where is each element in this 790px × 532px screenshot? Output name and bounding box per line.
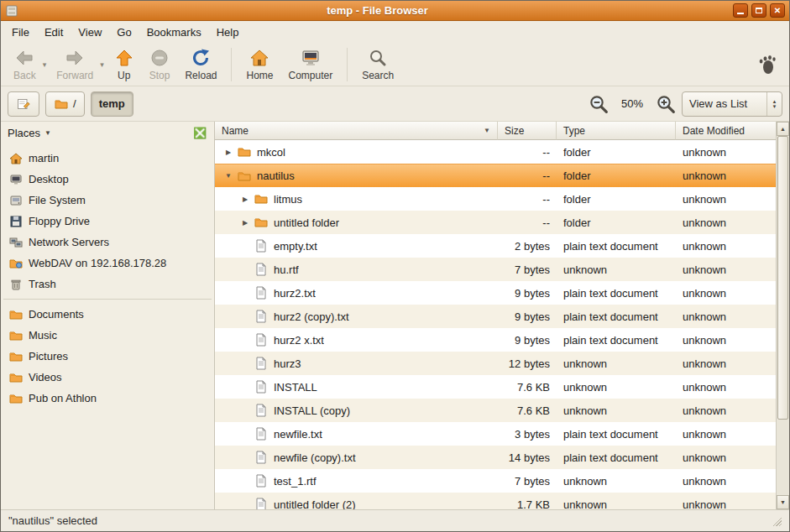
sidebar-item-pictures[interactable]: Pictures bbox=[1, 346, 214, 367]
file-date-modified: unknown bbox=[676, 310, 776, 323]
back-icon bbox=[14, 48, 34, 68]
file-row-untitled-folder[interactable]: ▶untitled folder--folderunknown bbox=[215, 211, 776, 234]
back-button[interactable]: Back bbox=[6, 45, 44, 84]
filesystem-icon bbox=[9, 194, 23, 207]
file-type: folder bbox=[557, 193, 676, 206]
back-history-dropdown[interactable]: ▾ bbox=[40, 60, 50, 69]
forward-history-dropdown[interactable]: ▾ bbox=[97, 60, 107, 69]
scrollbar-thumb[interactable] bbox=[777, 136, 788, 420]
up-button[interactable]: Up bbox=[107, 45, 142, 84]
file-row-hurz3[interactable]: hurz312 bytesunknownunknown bbox=[215, 352, 776, 375]
file-row-hu-rtf[interactable]: hu.rtf7 bytesunknownunknown bbox=[215, 258, 776, 281]
menu-help[interactable]: Help bbox=[209, 21, 247, 43]
file-row-install[interactable]: INSTALL7.6 KBunknownunknown bbox=[215, 375, 776, 399]
file-type: folder bbox=[557, 146, 676, 159]
file-size: 7 bytes bbox=[498, 475, 557, 488]
column-header-date-modified[interactable]: Date Modified bbox=[676, 122, 776, 140]
file-row-test-1-rtf[interactable]: test_1.rtf7 bytesunknownunknown bbox=[215, 469, 776, 493]
file-date-modified: unknown bbox=[676, 451, 776, 464]
home-icon bbox=[9, 152, 23, 165]
sidebar-item-file-system[interactable]: File System bbox=[1, 190, 214, 211]
file-icon bbox=[254, 404, 269, 417]
column-header-name[interactable]: Name ▼ bbox=[215, 122, 498, 140]
forward-button[interactable]: Forward bbox=[49, 45, 101, 84]
file-date-modified: unknown bbox=[676, 263, 776, 276]
file-icon bbox=[254, 286, 269, 300]
zoom-out-button[interactable] bbox=[589, 94, 609, 114]
folder-icon bbox=[237, 145, 252, 159]
file-row-newfile-copy-txt[interactable]: newfile (copy).txt14 bytesplain text doc… bbox=[215, 446, 776, 469]
reload-button[interactable]: Reload bbox=[177, 45, 224, 84]
file-row-hurz2-copy-txt[interactable]: hurz2 (copy).txt9 bytesplain text docume… bbox=[215, 305, 776, 328]
sidebar-item-music[interactable]: Music bbox=[1, 325, 214, 346]
expander-icon[interactable]: ▶ bbox=[222, 149, 235, 156]
path-root-label: / bbox=[73, 97, 76, 110]
trash-icon bbox=[9, 278, 23, 291]
menu-go[interactable]: Go bbox=[109, 21, 139, 43]
toggle-location-entry-button[interactable] bbox=[8, 91, 39, 117]
home-button[interactable]: Home bbox=[238, 45, 280, 84]
reload-icon bbox=[191, 48, 211, 68]
menu-view[interactable]: View bbox=[71, 21, 109, 43]
path-button-root[interactable]: / bbox=[45, 91, 85, 117]
file-size: -- bbox=[498, 146, 557, 159]
column-header-type[interactable]: Type bbox=[557, 122, 676, 140]
expander-icon[interactable]: ▶ bbox=[238, 219, 252, 227]
resize-grip[interactable] bbox=[771, 515, 782, 526]
titlebar[interactable]: temp - File Browser ✕ bbox=[1, 1, 789, 21]
scrollbar-track[interactable] bbox=[777, 136, 789, 495]
scroll-up-button[interactable]: ▲ bbox=[777, 122, 789, 136]
path-button-current[interactable]: temp bbox=[91, 91, 133, 117]
sidebar-item-pub-on-athlon[interactable]: Pub on Athlon bbox=[1, 388, 214, 409]
file-type: folder bbox=[557, 170, 676, 182]
file-size: 9 bytes bbox=[498, 310, 557, 323]
close-button[interactable]: ✕ bbox=[770, 3, 785, 18]
maximize-button[interactable] bbox=[751, 3, 766, 18]
view-mode-select[interactable]: View as List ▲▼ bbox=[682, 91, 782, 117]
sidebar-item-videos[interactable]: Videos bbox=[1, 367, 214, 388]
sidebar-item-desktop[interactable]: Desktop bbox=[1, 169, 214, 190]
sidebar-item-label: Floppy Drive bbox=[29, 215, 90, 227]
file-row-hurz2-txt[interactable]: hurz2.txt9 bytesplain text documentunkno… bbox=[215, 281, 776, 305]
file-row-untitled-folder-2[interactable]: untitled folder (2)1.7 KBunknownunknown bbox=[215, 493, 776, 509]
sidebar-item-trash[interactable]: Trash bbox=[1, 274, 214, 295]
computer-button[interactable]: Computer bbox=[281, 45, 341, 84]
file-row-mkcol[interactable]: ▶mkcol--folderunknown bbox=[215, 140, 776, 164]
sidebar-item-martin[interactable]: martin bbox=[1, 148, 214, 169]
expander-icon[interactable]: ▶ bbox=[238, 196, 252, 203]
places-title[interactable]: Places bbox=[8, 127, 40, 139]
scroll-down-button[interactable]: ▼ bbox=[777, 495, 789, 509]
zoom-in-button[interactable] bbox=[656, 94, 676, 114]
menu-edit[interactable]: Edit bbox=[37, 21, 71, 43]
file-row-install-copy[interactable]: INSTALL (copy)7.6 KBunknownunknown bbox=[215, 399, 776, 422]
file-row-hurz2-x-txt[interactable]: hurz2 x.txt9 bytesplain text documentunk… bbox=[215, 328, 776, 352]
column-header-size[interactable]: Size bbox=[498, 122, 557, 140]
file-icon bbox=[254, 451, 269, 464]
menu-file[interactable]: File bbox=[4, 21, 37, 43]
sidebar-item-webdav-on-192-168-178-28[interactable]: WebDAV on 192.168.178.28 bbox=[1, 253, 214, 274]
minimize-button[interactable] bbox=[733, 3, 748, 18]
sidebar-item-floppy-drive[interactable]: Floppy Drive bbox=[1, 211, 214, 232]
sidebar-item-network-servers[interactable]: Network Servers bbox=[1, 232, 214, 253]
file-name: untitled folder bbox=[274, 216, 339, 229]
combo-spinner-icon: ▲▼ bbox=[766, 92, 782, 116]
expander-icon[interactable]: ▼ bbox=[222, 172, 235, 180]
file-icon bbox=[254, 380, 269, 394]
home-label: Home bbox=[246, 70, 273, 81]
sidebar-item-documents[interactable]: Documents bbox=[1, 304, 214, 325]
zoom-in-icon bbox=[656, 94, 676, 114]
stop-button[interactable]: Stop bbox=[142, 45, 178, 84]
window-title: temp - File Browser bbox=[22, 4, 733, 17]
file-row-newfile-txt[interactable]: newfile.txt3 bytesplain text documentunk… bbox=[215, 422, 776, 446]
file-type: plain text document bbox=[557, 310, 676, 323]
menu-bookmarks[interactable]: Bookmarks bbox=[139, 21, 209, 43]
file-row-nautilus[interactable]: ▼nautilus--folderunknown bbox=[215, 164, 776, 187]
file-list-body: ▶mkcol--folderunknown▼nautilus--folderun… bbox=[215, 140, 776, 509]
file-row-empty-txt[interactable]: empty.txt2 bytesplain text documentunkno… bbox=[215, 234, 776, 258]
search-button[interactable]: Search bbox=[354, 45, 401, 84]
sidebar-close-button[interactable]: ❎ bbox=[192, 126, 207, 141]
vertical-scrollbar[interactable]: ▲ ▼ bbox=[776, 122, 789, 509]
file-row-litmus[interactable]: ▶litmus--folderunknown bbox=[215, 187, 776, 211]
status-text: "nautilus" selected bbox=[8, 514, 97, 527]
maximize-icon bbox=[756, 8, 762, 13]
